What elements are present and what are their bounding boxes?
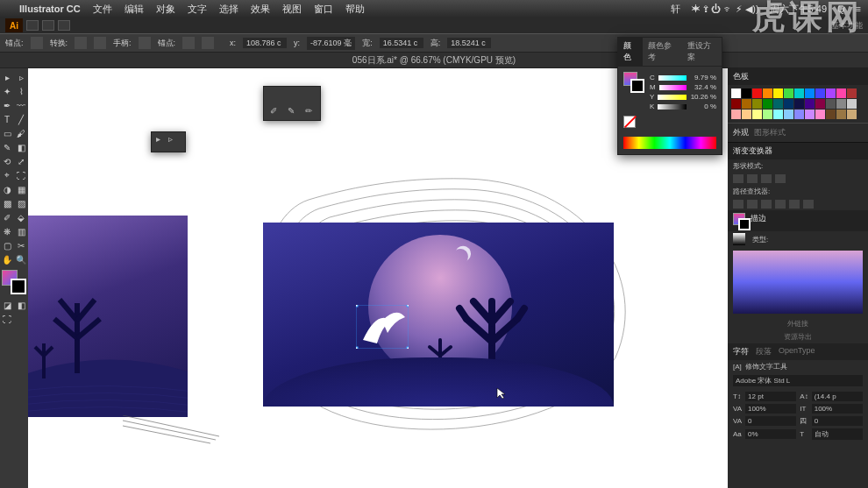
- trim-icon[interactable]: [747, 200, 758, 209]
- handle-icon[interactable]: [139, 37, 151, 49]
- workspace-switcher[interactable]: 基本功能: [831, 20, 863, 32]
- remove-anchor-icon[interactable]: [182, 37, 195, 49]
- direct-selection-tool[interactable]: ▹: [14, 70, 28, 84]
- doc-layout-3[interactable]: [58, 20, 70, 31]
- menu-effect[interactable]: 效果: [251, 3, 270, 16]
- paintbrush-tool[interactable]: 🖌: [14, 126, 28, 140]
- hand-tool[interactable]: ✋: [0, 252, 14, 266]
- divide-icon[interactable]: [733, 200, 743, 209]
- baseline-field[interactable]: 0%: [745, 429, 796, 439]
- menu-type[interactable]: 文字: [188, 3, 207, 16]
- hscale-field[interactable]: 100%: [745, 404, 796, 414]
- floating-tool-panel-2[interactable]: ✐ ✎ ✏: [263, 86, 321, 121]
- rectangle-tool[interactable]: ▭: [0, 126, 14, 140]
- x-field[interactable]: 108.786 c: [243, 38, 287, 48]
- mesh-tool[interactable]: ▩: [0, 196, 14, 210]
- kerning-field[interactable]: 0: [745, 416, 796, 426]
- font-size-field[interactable]: 12 pt: [745, 392, 796, 401]
- spotlight-icon[interactable]: Q: [837, 4, 845, 14]
- doc-layout-2[interactable]: [42, 20, 54, 31]
- magic-wand-tool[interactable]: ✦: [0, 84, 14, 98]
- type-tool[interactable]: T: [0, 112, 14, 126]
- blend-tool[interactable]: ⬙: [14, 210, 28, 224]
- menu-extra-icon[interactable]: ≡: [856, 4, 861, 14]
- color-guide-tab[interactable]: 颜色参考: [643, 38, 682, 66]
- character-tab[interactable]: 字符: [733, 346, 749, 357]
- artboard-tool[interactable]: ▢: [0, 238, 14, 252]
- doc-layout-1[interactable]: [26, 20, 39, 31]
- yellow-slider[interactable]: Y10.26 %: [650, 93, 716, 101]
- selection-tool[interactable]: ▸: [0, 70, 14, 84]
- shaper-tool[interactable]: ✎: [0, 140, 14, 154]
- h-field[interactable]: 18.5241 c: [447, 38, 491, 48]
- gradient-tool[interactable]: ▨: [14, 196, 28, 210]
- minus-back-icon[interactable]: [803, 200, 814, 209]
- paragraph-tab[interactable]: 段落: [756, 346, 772, 357]
- gradient-preview[interactable]: [733, 251, 863, 314]
- menubar-icons[interactable]: ✶ ⇪ ⏻ ᯤ ⚡︎ ◀)): [691, 4, 759, 15]
- eraser-tool[interactable]: ◧: [14, 140, 28, 154]
- links-tab[interactable]: 外链接: [728, 317, 868, 330]
- tracking-field[interactable]: 0: [812, 416, 863, 426]
- color-mode-icon[interactable]: ◪: [0, 298, 14, 312]
- appearance-tab[interactable]: 外观: [733, 127, 749, 138]
- column-graph-tool[interactable]: ▥: [14, 224, 28, 238]
- mini-brush-2-icon[interactable]: ✎: [285, 104, 297, 117]
- vscale-field[interactable]: 100%: [812, 404, 863, 414]
- font-family-field[interactable]: Adobe 宋体 Std L: [733, 375, 863, 386]
- cyan-slider[interactable]: C9.79 %: [650, 74, 716, 81]
- swatches-panel-title[interactable]: 色板: [728, 68, 868, 85]
- mini-brush-1-icon[interactable]: ✐: [267, 104, 280, 117]
- opentype-tab[interactable]: OpenType: [779, 346, 815, 357]
- color-swatch-pair[interactable]: [623, 72, 644, 93]
- mini-direct-icon[interactable]: ▹: [164, 132, 176, 145]
- symbol-sprayer-tool[interactable]: ❋: [0, 224, 14, 238]
- menu-help[interactable]: 帮助: [345, 3, 365, 16]
- magenta-slider[interactable]: M32.4 %: [650, 83, 716, 91]
- fill-stroke-control[interactable]: [2, 270, 26, 294]
- curvature-tool[interactable]: 〰: [14, 98, 28, 112]
- zoom-tool[interactable]: 🔍: [14, 252, 28, 266]
- gradient-swatch-icon[interactable]: [733, 233, 745, 245]
- none-color-icon[interactable]: [623, 116, 636, 128]
- menu-object[interactable]: 对象: [156, 3, 175, 16]
- eyedropper-tool[interactable]: ✐: [0, 210, 14, 224]
- menu-view[interactable]: 视图: [282, 3, 302, 16]
- graphic-styles-tab[interactable]: 图形样式: [754, 127, 786, 138]
- convert-smooth-icon[interactable]: [94, 37, 106, 49]
- screen-mode-icon[interactable]: ⛶: [0, 312, 14, 326]
- color-themes-tab[interactable]: 重设方案: [682, 38, 722, 66]
- intersect-icon[interactable]: [761, 174, 772, 183]
- free-transform-tool[interactable]: ⛶: [14, 168, 28, 182]
- unite-icon[interactable]: [733, 174, 743, 183]
- y-field[interactable]: -87.6109 毫: [307, 37, 355, 50]
- width-tool[interactable]: ⌖: [0, 168, 14, 182]
- leading-field[interactable]: (14.4 p: [812, 392, 863, 401]
- spectrum-bar[interactable]: [623, 137, 716, 149]
- menu-window[interactable]: 窗口: [314, 3, 333, 16]
- anchor-icon[interactable]: [31, 37, 43, 49]
- floating-tool-panel-1[interactable]: ▸ ▹: [151, 131, 186, 152]
- touch-type-tool-button[interactable]: [A] 修饰文字工具: [728, 360, 868, 373]
- black-slider[interactable]: K0 %: [650, 103, 716, 110]
- mini-brush-3-icon[interactable]: ✏: [302, 104, 315, 117]
- app-name[interactable]: Illustrator CC: [19, 4, 81, 14]
- convert-corner-icon[interactable]: [75, 37, 87, 49]
- slice-tool[interactable]: ✂: [14, 238, 28, 252]
- outline-icon[interactable]: [789, 200, 800, 209]
- line-tool[interactable]: ╱: [14, 112, 28, 126]
- swatches-grid[interactable]: [728, 85, 868, 123]
- color-panel[interactable]: 颜色 颜色参考 重设方案 C9.79 % M32.4 % Y10.26 % K0…: [617, 37, 722, 155]
- w-field[interactable]: 16.5341 c: [380, 38, 423, 48]
- cut-path-icon[interactable]: [202, 37, 214, 49]
- perspective-tool[interactable]: ▦: [14, 182, 28, 196]
- mini-select-icon[interactable]: ▸: [152, 132, 164, 145]
- pathfinder-title[interactable]: 渐变变换器: [728, 143, 868, 159]
- minus-front-icon[interactable]: [747, 174, 758, 183]
- document-tab[interactable]: 056日系.ai* @ 66.67% (CMYK/GPU 预览): [352, 54, 516, 67]
- bird-shape[interactable]: [356, 305, 409, 349]
- menu-file[interactable]: 文件: [93, 3, 112, 16]
- scale-tool[interactable]: ⤢: [14, 154, 28, 168]
- lasso-tool[interactable]: ⌇: [14, 84, 28, 98]
- pen-tool[interactable]: ✒: [0, 98, 14, 112]
